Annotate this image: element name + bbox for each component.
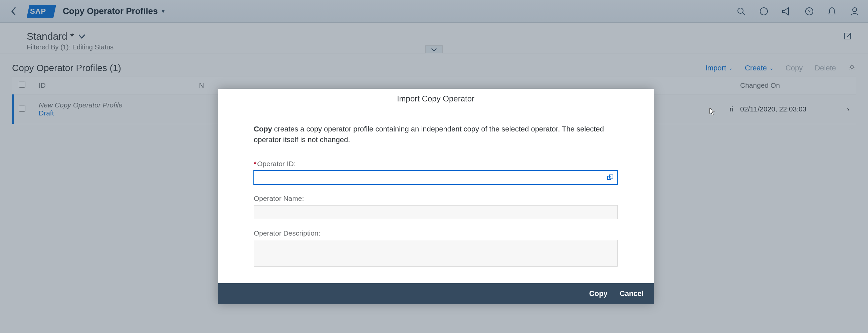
operator-desc-row: Operator Description: — [254, 229, 618, 268]
dialog-description: Copy creates a copy operator profile con… — [254, 124, 618, 145]
operator-name-input — [254, 205, 618, 219]
operator-id-row: Operator ID: — [254, 160, 618, 185]
dialog-description-bold: Copy — [254, 125, 272, 133]
operator-name-label: Operator Name: — [254, 195, 618, 203]
operator-id-input-wrap — [254, 170, 618, 185]
dialog-copy-button[interactable]: Copy — [589, 289, 608, 298]
value-help-icon — [607, 174, 614, 181]
dialog-cancel-button[interactable]: Cancel — [620, 289, 644, 298]
operator-id-label: Operator ID: — [254, 160, 618, 168]
dialog-description-rest: creates a copy operator profile containi… — [254, 125, 604, 144]
dialog-body: Copy creates a copy operator profile con… — [218, 109, 654, 283]
dialog-title: Import Copy Operator — [218, 89, 654, 109]
operator-desc-label: Operator Description: — [254, 229, 618, 237]
dialog-footer: Copy Cancel — [218, 283, 654, 304]
import-copy-operator-dialog: Import Copy Operator Copy creates a copy… — [218, 89, 654, 304]
value-help-button[interactable] — [606, 173, 615, 182]
operator-id-input[interactable] — [254, 170, 618, 185]
operator-desc-input — [254, 240, 618, 267]
operator-name-row: Operator Name: — [254, 195, 618, 219]
